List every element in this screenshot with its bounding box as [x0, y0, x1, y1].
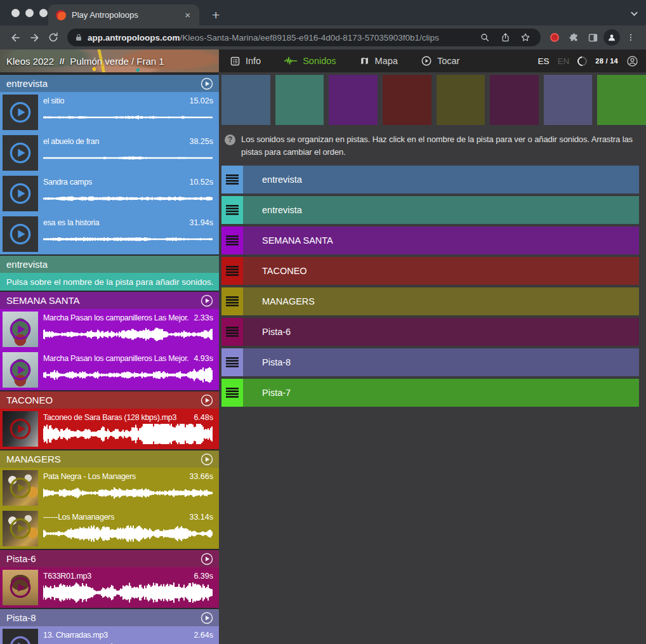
- track-header[interactable]: entrevista: [0, 256, 219, 273]
- clip-play-icon[interactable]: [9, 223, 32, 246]
- new-tab-button[interactable]: +: [208, 8, 223, 23]
- nav-mapa[interactable]: Mapa: [359, 56, 398, 66]
- track-section: Pista-813. Charradas.mp32.64s: [0, 609, 219, 644]
- clip-play-icon[interactable]: [9, 476, 32, 499]
- tab-close-icon[interactable]: ×: [182, 10, 193, 20]
- account-icon[interactable]: [626, 55, 638, 67]
- drag-handle[interactable]: [221, 318, 243, 346]
- lock-icon[interactable]: [75, 33, 82, 42]
- track-row-name[interactable]: entrevista: [243, 166, 639, 194]
- browser-tab[interactable]: Play Antropoloops ×: [48, 4, 199, 25]
- forward-icon[interactable]: [25, 29, 43, 46]
- track-header[interactable]: entrevista: [0, 75, 219, 92]
- clip-thumbnail: [3, 176, 38, 211]
- track-header[interactable]: TACONEO: [0, 391, 219, 409]
- drag-handle[interactable]: [221, 227, 243, 254]
- clip-play-icon[interactable]: [9, 318, 32, 341]
- bookmark-star-icon[interactable]: [518, 30, 533, 45]
- recording-indicator-icon[interactable]: [546, 29, 564, 46]
- language-en[interactable]: EN: [557, 56, 569, 66]
- track-row-name[interactable]: Pista-8: [243, 348, 639, 376]
- track-row-name[interactable]: Pista-6: [243, 318, 639, 346]
- breadcrumb[interactable]: Kleos 2022 // Pulmón verde / Fran 1: [0, 49, 219, 72]
- tab-strip: Play Antropoloops × +: [0, 0, 646, 25]
- tab-search-chevron-icon[interactable]: [630, 9, 638, 20]
- clip-body: 13. Charradas.mp32.64s: [43, 626, 219, 644]
- clip-title: Taconeo de Sara Baras (128 kbps).mp3: [43, 413, 188, 422]
- clip-play-icon[interactable]: [9, 182, 32, 205]
- track-row: TACONEO: [221, 257, 639, 285]
- clip-title: ------Los Mananagers: [43, 513, 184, 522]
- track-row-name[interactable]: TACONEO: [243, 257, 639, 285]
- track-play-icon[interactable]: [201, 394, 213, 407]
- drag-handle[interactable]: [221, 257, 243, 285]
- track-header[interactable]: MANAGERS: [0, 450, 219, 468]
- clip-play-icon[interactable]: [9, 635, 32, 644]
- empty-track-hint: Pulsa sobre el nombre de la pista para a…: [0, 273, 219, 291]
- track-play-icon[interactable]: [201, 77, 213, 90]
- track-row-label: entrevista: [262, 174, 302, 185]
- track-section: Pista-6T633R01.mp36.39s: [0, 550, 219, 608]
- clip-thumbnail: [3, 411, 38, 447]
- clip-thumbnail: [3, 570, 38, 605]
- clip-play-icon[interactable]: [9, 141, 32, 164]
- sidebar: entrevistael sitio15.02sel abuelo de fra…: [0, 72, 219, 644]
- track-color-swatch: [275, 75, 324, 125]
- track-color-swatch: [383, 75, 432, 125]
- url-text[interactable]: app.antropoloops.com/Kleos-Santa-Marina/…: [88, 33, 472, 43]
- nav-tocar[interactable]: Tocar: [421, 55, 459, 67]
- clip-play-icon[interactable]: [9, 101, 32, 124]
- track-color-swatch: [437, 75, 485, 125]
- reload-icon[interactable]: [44, 29, 62, 46]
- track-play-icon[interactable]: [201, 453, 213, 466]
- language-es[interactable]: ES: [537, 56, 549, 66]
- extensions-puzzle-icon[interactable]: [565, 29, 583, 46]
- drag-handle[interactable]: [221, 166, 243, 194]
- track-play-icon[interactable]: [201, 294, 213, 307]
- tracks-hint: ? Los sonidos se organizan en pistas. Ha…: [225, 133, 637, 159]
- breadcrumb-project[interactable]: Kleos 2022: [6, 56, 54, 67]
- clip-titlebar: Marcha Pasan los campanilleros Las Mejor…: [43, 354, 213, 363]
- zoom-window-button[interactable]: [39, 9, 48, 17]
- track-play-icon[interactable]: [201, 612, 213, 624]
- track-name: entrevista: [6, 78, 48, 89]
- clip-titlebar: el abuelo de fran38.25s: [43, 137, 213, 146]
- clip-play-icon[interactable]: [9, 417, 32, 440]
- clip-titlebar: Pata Negra - Los Managers33.66s: [43, 472, 213, 481]
- track-section: entrevistael sitio15.02sel abuelo de fra…: [0, 75, 219, 254]
- track-row-name[interactable]: MANAGERS: [243, 287, 639, 315]
- clip-duration: 6.39s: [194, 572, 213, 581]
- drag-handle[interactable]: [221, 348, 243, 376]
- browser-menu-kebab-icon[interactable]: [622, 29, 640, 46]
- share-icon[interactable]: [498, 30, 513, 45]
- track-row-name[interactable]: SEMANA SANTA: [243, 227, 639, 254]
- clip-item: ------Los Mananagers33.14s: [0, 508, 219, 549]
- track-header[interactable]: Pista-8: [0, 609, 219, 626]
- profile-avatar[interactable]: [603, 29, 621, 46]
- close-window-button[interactable]: [11, 9, 20, 17]
- track-header[interactable]: SEMANA SANTA: [0, 292, 219, 309]
- nav-sonidos[interactable]: Sonidos: [284, 56, 336, 66]
- track-row-name[interactable]: entrevista: [243, 196, 639, 224]
- clip-play-icon[interactable]: [9, 358, 32, 381]
- minimize-window-button[interactable]: [25, 9, 34, 17]
- track-header[interactable]: Pista-6: [0, 550, 219, 567]
- clip-thumbnail: [3, 95, 38, 130]
- track-row-name[interactable]: Pista-7: [243, 379, 639, 407]
- url-bar[interactable]: app.antropoloops.com/Kleos-Santa-Marina/…: [67, 29, 541, 46]
- clip-thumbnail: [3, 470, 38, 506]
- clip-title: Pata Negra - Los Managers: [43, 472, 184, 481]
- clip-play-icon[interactable]: [9, 517, 32, 540]
- clip-play-icon[interactable]: [9, 576, 32, 599]
- breadcrumb-scene[interactable]: Pulmón verde / Fran 1: [70, 56, 164, 67]
- drag-handle[interactable]: [221, 196, 243, 224]
- back-icon[interactable]: [6, 29, 24, 46]
- drag-handle[interactable]: [221, 379, 243, 407]
- nav-tocar-label: Tocar: [437, 56, 459, 66]
- track-row-label: entrevista: [262, 205, 302, 215]
- drag-handle[interactable]: [221, 287, 243, 315]
- track-play-icon[interactable]: [201, 553, 213, 565]
- nav-info[interactable]: Info: [230, 56, 261, 67]
- zoom-page-icon[interactable]: [477, 30, 492, 45]
- side-panel-icon[interactable]: [584, 29, 602, 46]
